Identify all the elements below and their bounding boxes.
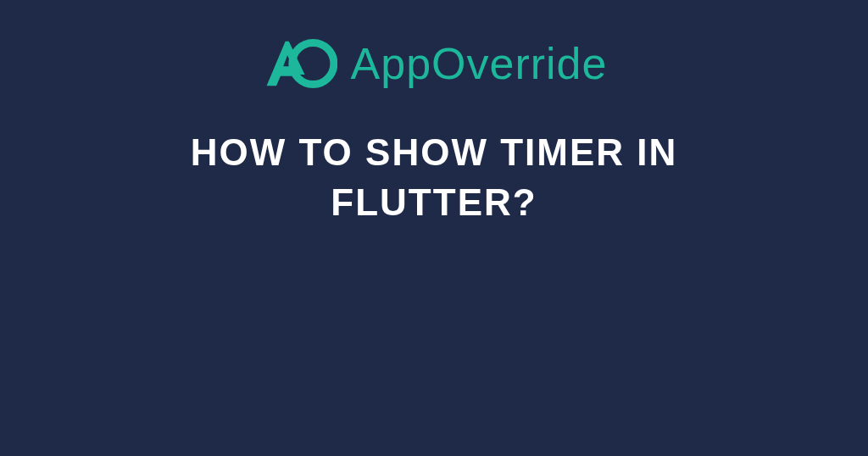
brand-name: AppOverride [351,38,608,89]
brand-logo-icon [261,34,337,93]
brand-logo: AppOverride [261,34,608,93]
page-headline: How to Show Timer in Flutter? [95,127,773,228]
